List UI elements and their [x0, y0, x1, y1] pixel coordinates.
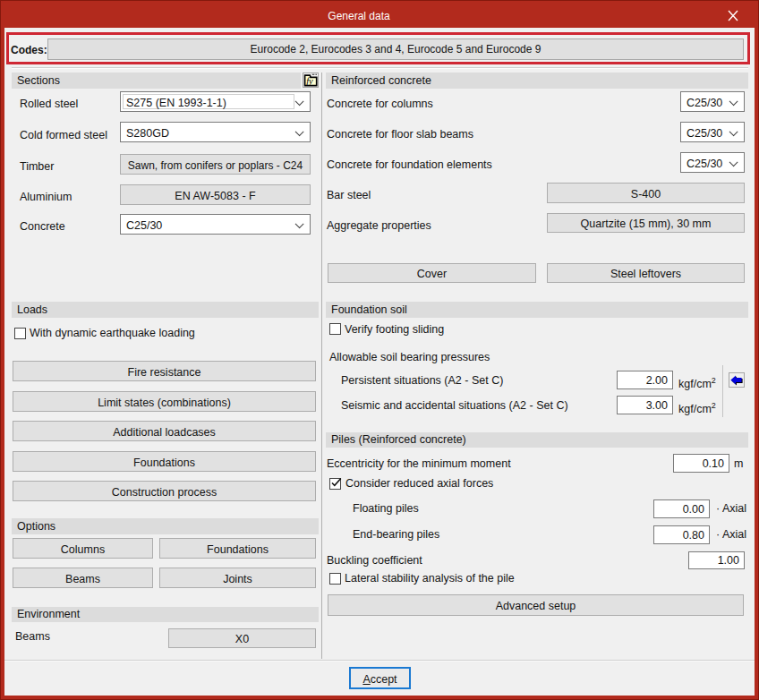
svg-text:fy: fy	[306, 76, 313, 86]
